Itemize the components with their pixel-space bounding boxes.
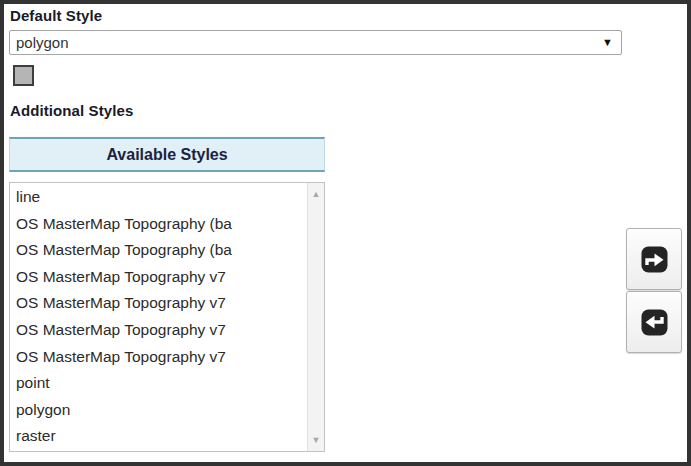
default-style-select[interactable]: polygon ▼ [9, 30, 622, 55]
style-legend-swatch [13, 65, 34, 86]
list-item[interactable]: OS MasterMap Topography v7 [10, 317, 307, 344]
list-item[interactable]: OS MasterMap Topography v7 [10, 264, 307, 291]
list-scrollbar[interactable]: ▲ ▼ [307, 183, 324, 451]
move-left-icon [641, 309, 668, 336]
panel-frame: Default Style polygon ▼ Additional Style… [0, 0, 691, 466]
dropdown-arrow-icon: ▼ [602, 37, 613, 48]
list-item[interactable]: OS MasterMap Topography v7 [10, 290, 307, 317]
move-right-button[interactable] [626, 228, 682, 290]
additional-styles-label: Additional Styles [10, 102, 133, 119]
list-item[interactable]: raster [10, 423, 307, 450]
available-styles-list: lineOS MasterMap Topography (baOS Master… [10, 184, 307, 451]
move-left-button[interactable] [626, 291, 682, 353]
list-item[interactable]: OS MasterMap Topography (ba [10, 211, 307, 238]
list-item[interactable]: OS MasterMap Topography (ba [10, 237, 307, 264]
available-styles-header-text: Available Styles [106, 146, 227, 164]
scroll-down-icon[interactable]: ▼ [308, 431, 324, 449]
list-item[interactable]: point [10, 370, 307, 397]
list-item[interactable]: line [10, 184, 307, 211]
move-right-icon [641, 246, 668, 273]
scroll-up-icon[interactable]: ▲ [308, 185, 324, 203]
available-styles-header: Available Styles [9, 137, 325, 172]
list-item[interactable]: polygon [10, 397, 307, 424]
list-item[interactable]: OS MasterMap Topography v7 [10, 344, 307, 371]
default-style-label: Default Style [10, 7, 102, 24]
default-style-selected-value: polygon [16, 34, 602, 51]
available-styles-listbox[interactable]: lineOS MasterMap Topography (baOS Master… [9, 182, 325, 452]
